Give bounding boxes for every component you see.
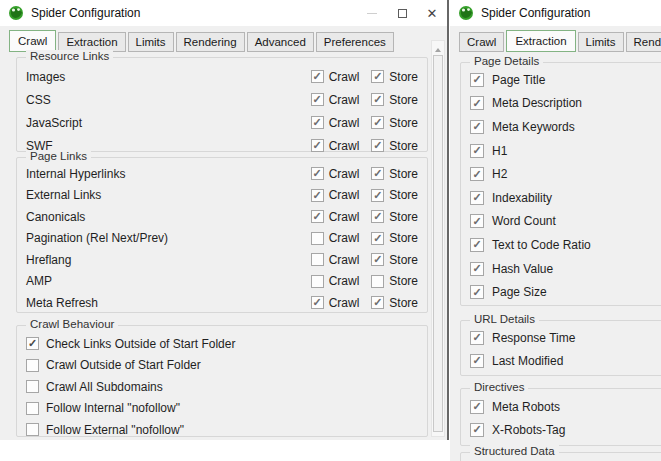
store-checkbox-label: Store — [389, 93, 418, 107]
option-checkbox[interactable]: ✓ — [26, 337, 39, 350]
store-checkbox[interactable]: ✓ — [371, 139, 384, 152]
store-checkbox[interactable]: ✓ — [371, 296, 384, 309]
crawl-checkbox[interactable]: ✓ — [311, 296, 324, 309]
crawl-store-controls: ✓ Crawl ✓ Store — [311, 93, 418, 107]
checkmark-icon: ✓ — [373, 297, 382, 308]
vertical-scrollbar[interactable] — [431, 40, 445, 437]
crawl-checkbox[interactable]: ✓ — [311, 139, 324, 152]
store-checkbox[interactable]: ✓ — [371, 189, 384, 202]
page-link-row: Meta Refresh ✓ Crawl ✓ Store — [17, 292, 427, 314]
option-checkbox[interactable]: ✓ — [470, 144, 484, 158]
row-label: External Links — [26, 188, 101, 202]
option-checkbox[interactable]: ✓ — [470, 238, 484, 252]
extraction-row: ✓ Meta Keywords — [461, 115, 661, 139]
store-checkbox[interactable]: ✓ — [371, 167, 384, 180]
crawl-checkbox-label: Crawl — [329, 188, 360, 202]
window-title: Spider Configuration — [481, 6, 590, 20]
group-title: Directives — [470, 381, 528, 393]
tab[interactable]: Limits — [578, 32, 624, 52]
window-title: Spider Configuration — [31, 6, 140, 20]
behaviour-row: ✓ Crawl Outside of Start Folder — [17, 355, 427, 377]
close-button[interactable]: ✕ — [417, 0, 447, 26]
crawl-checkbox[interactable]: ✓ — [311, 275, 324, 288]
maximize-button[interactable] — [387, 0, 417, 26]
extraction-row: ✓ Page Title — [461, 68, 661, 92]
checkmark-icon: ✓ — [373, 168, 382, 179]
store-checkbox[interactable]: ✓ — [371, 116, 384, 129]
tab[interactable]: Crawl — [459, 32, 504, 52]
titlebar[interactable]: Spider Configuration — [450, 0, 661, 26]
option-checkbox[interactable]: ✓ — [470, 423, 484, 437]
crawl-checkbox-label: Crawl — [329, 253, 360, 267]
row-label: JavaScript — [26, 116, 82, 130]
store-checkbox[interactable]: ✓ — [371, 253, 384, 266]
minimize-button[interactable] — [357, 0, 387, 26]
option-checkbox[interactable]: ✓ — [26, 423, 39, 436]
tab[interactable]: Rendering — [176, 32, 245, 52]
crawl-store-controls: ✓ Crawl ✓ Store — [311, 188, 418, 202]
extraction-row: ✓ Meta Description — [461, 92, 661, 116]
crawl-checkbox[interactable]: ✓ — [311, 167, 324, 180]
tab[interactable]: Rendering — [626, 32, 661, 52]
option-checkbox[interactable]: ✓ — [470, 285, 484, 299]
titlebar[interactable]: Spider Configuration ✕ — [0, 0, 447, 26]
tab[interactable]: Advanced — [247, 32, 314, 52]
option-checkbox[interactable]: ✓ — [470, 400, 484, 414]
directives-group: Directives ✓ Meta Robots ✓ X-Robots-Tag — [460, 388, 661, 446]
crawl-checkbox[interactable]: ✓ — [311, 210, 324, 223]
extraction-row: ✓ X-Robots-Tag — [461, 418, 661, 441]
crawl-checkbox[interactable]: ✓ — [311, 232, 324, 245]
crawl-checkbox[interactable]: ✓ — [311, 253, 324, 266]
crawl-checkbox[interactable]: ✓ — [311, 93, 324, 106]
crawl-checkbox[interactable]: ✓ — [311, 189, 324, 202]
option-checkbox[interactable]: ✓ — [26, 359, 39, 372]
option-checkbox[interactable]: ✓ — [470, 191, 484, 205]
checkmark-icon: ✓ — [472, 192, 481, 203]
page-details-group: Page Details ✓ Page Title ✓ Meta Descrip… — [460, 62, 661, 306]
checkmark-icon: ✓ — [472, 332, 481, 343]
option-checkbox[interactable]: ✓ — [470, 354, 484, 368]
row-label: Meta Keywords — [492, 120, 575, 134]
option-checkbox[interactable]: ✓ — [470, 96, 484, 110]
row-label: X-Robots-Tag — [492, 423, 565, 437]
store-checkbox[interactable]: ✓ — [371, 275, 384, 288]
checkmark-icon: ✓ — [28, 338, 37, 349]
store-checkbox-label: Store — [389, 139, 418, 153]
store-checkbox[interactable]: ✓ — [371, 93, 384, 106]
tab[interactable]: Crawl — [9, 30, 56, 52]
crawl-store-controls: ✓ Crawl ✓ Store — [311, 210, 418, 224]
tab[interactable]: Preferences — [316, 32, 394, 52]
store-checkbox[interactable]: ✓ — [371, 70, 384, 83]
scrollbar-thumb[interactable] — [433, 55, 443, 432]
option-checkbox[interactable]: ✓ — [470, 73, 484, 87]
row-label: H1 — [492, 144, 507, 158]
crawl-store-controls: ✓ Crawl ✓ Store — [311, 274, 418, 288]
url-details-group: URL Details ✓ Response Time ✓ Last Modif… — [460, 320, 661, 376]
screaming-frog-logo-icon — [8, 5, 24, 21]
row-label: Meta Refresh — [26, 296, 98, 310]
group-title: Page Details — [470, 55, 543, 67]
page-link-row: External Links ✓ Crawl ✓ Store — [17, 185, 427, 207]
option-checkbox[interactable]: ✓ — [26, 380, 39, 393]
behaviour-row: ✓ Check Links Outside of Start Folder — [17, 333, 427, 355]
tab[interactable]: Limits — [128, 32, 174, 52]
option-checkbox[interactable]: ✓ — [470, 214, 484, 228]
option-checkbox[interactable]: ✓ — [470, 120, 484, 134]
row-label: Page Size — [492, 285, 547, 299]
scrollbar-up-arrow-icon[interactable] — [435, 45, 441, 52]
store-checkbox[interactable]: ✓ — [371, 210, 384, 223]
store-checkbox-label: Store — [389, 210, 418, 224]
option-checkbox[interactable]: ✓ — [470, 262, 484, 276]
tab[interactable]: Extraction — [58, 32, 125, 52]
option-checkbox[interactable]: ✓ — [26, 402, 39, 415]
option-checkbox[interactable]: ✓ — [470, 167, 484, 181]
option-checkbox[interactable]: ✓ — [470, 331, 484, 345]
crawl-checkbox[interactable]: ✓ — [311, 70, 324, 83]
extraction-row: ✓ Page Size — [461, 280, 661, 304]
store-checkbox[interactable]: ✓ — [371, 232, 384, 245]
behaviour-row: ✓ Follow External "nofollow" — [17, 419, 427, 440]
resource-links-group: Resource Links Images ✓ Crawl ✓ Store CS… — [16, 57, 428, 152]
crawl-store-controls: ✓ Crawl ✓ Store — [311, 167, 418, 181]
tab[interactable]: Extraction — [506, 30, 575, 52]
crawl-checkbox[interactable]: ✓ — [311, 116, 324, 129]
